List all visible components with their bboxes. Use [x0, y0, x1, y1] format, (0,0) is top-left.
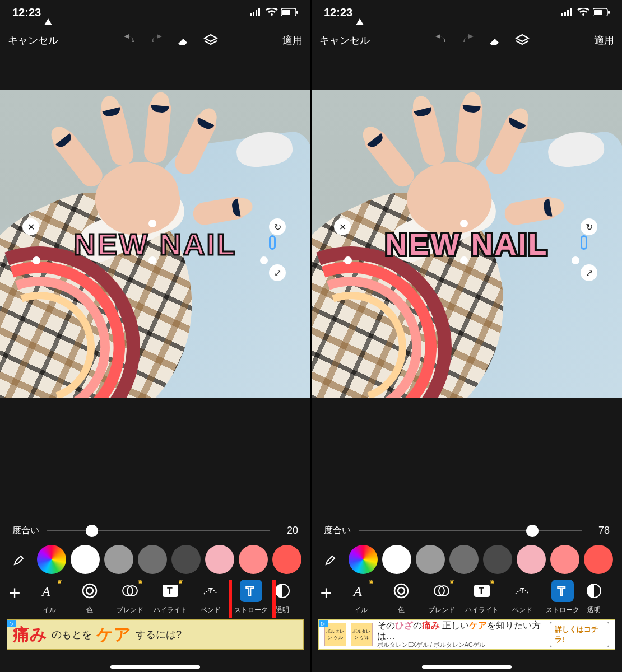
intensity-slider[interactable] [359, 524, 582, 537]
bottom-panel: 度合い 20 ＋ [0, 519, 310, 672]
color-swatch-row [0, 543, 310, 580]
bend-icon: T [511, 580, 533, 602]
editor-toolbar: キャンセル 適用 [312, 25, 622, 56]
eraser-button[interactable] [176, 34, 191, 46]
color-swatch-rainbow[interactable] [37, 545, 66, 574]
tool-opacity[interactable]: 透明 [583, 580, 605, 615]
ad-banner[interactable]: ▷ 痛み のもとを ケア するには? [7, 619, 304, 650]
selection-dot[interactable] [260, 256, 268, 264]
delete-handle[interactable]: ✕ [334, 218, 351, 235]
selection-dot[interactable] [148, 256, 156, 264]
ad-banner[interactable]: ▷ ボルタレン ゲル ボルタレン ゲル そのひざの痛み 正しいケアを知りたい方は… [318, 619, 615, 650]
svg-text:T: T [167, 586, 173, 596]
color-swatch[interactable] [272, 545, 301, 574]
color-swatch[interactable] [382, 545, 411, 574]
add-button[interactable]: ＋ [0, 580, 29, 605]
color-swatch[interactable] [171, 545, 201, 574]
slider-label: 度合い [12, 525, 39, 536]
phone-left: 12:23 キャンセル [0, 0, 310, 672]
crown-icon: ♛ [57, 580, 63, 585]
stroke-icon: T [551, 580, 574, 602]
wifi-icon [266, 8, 278, 17]
tool-stroke[interactable]: Tストローク [231, 580, 271, 615]
tool-blend[interactable]: ♛ブレンド [110, 580, 150, 615]
scale-handle[interactable]: ⤢ [269, 264, 286, 281]
apply-button[interactable]: 適用 [282, 34, 303, 47]
undo-button[interactable] [122, 34, 137, 46]
ad-cta[interactable]: 詳しくはコチラ! [550, 622, 609, 647]
cancel-button[interactable]: キャンセル [319, 34, 370, 47]
slider-thumb[interactable] [86, 525, 98, 537]
color-swatch-rainbow[interactable] [349, 545, 378, 574]
eraser-button[interactable] [488, 34, 502, 46]
slider-label: 度合い [324, 525, 351, 536]
selection-dot[interactable] [33, 256, 40, 264]
color-swatch[interactable] [205, 545, 234, 574]
color-swatch[interactable] [239, 545, 268, 574]
home-indicator[interactable] [110, 665, 200, 669]
selection-dot[interactable] [460, 256, 468, 264]
layers-button[interactable] [514, 34, 530, 47]
selection-dot[interactable] [460, 220, 468, 227]
svg-text:+: + [49, 587, 52, 592]
tool-blend[interactable]: ♛ブレンド [421, 580, 462, 615]
tool-opacity[interactable]: 透明 [271, 580, 294, 615]
selection-dot[interactable] [344, 256, 352, 264]
color-swatch[interactable] [550, 545, 579, 574]
location-icon [356, 6, 364, 19]
canvas[interactable]: NEW NAIL ✕ ↻ ⤢ [312, 90, 622, 398]
status-right [561, 8, 610, 17]
battery-icon [593, 8, 610, 16]
tool-style[interactable]: ♛A+イル [29, 580, 69, 615]
text-layer[interactable]: NEW NAIL [74, 227, 237, 262]
svg-rect-25 [594, 10, 602, 15]
color-swatch[interactable] [416, 545, 445, 574]
color-swatch[interactable] [71, 545, 100, 574]
add-button[interactable]: ＋ [312, 580, 341, 605]
svg-rect-20 [561, 13, 563, 16]
rotate-handle[interactable]: ↻ [581, 218, 597, 235]
redo-button[interactable] [149, 34, 164, 46]
tool-highlight[interactable]: ♛Tハイライト [150, 580, 191, 615]
cancel-button[interactable]: キャンセル [8, 34, 58, 47]
eyedropper-button[interactable] [7, 553, 33, 566]
selection-dot[interactable] [572, 256, 579, 264]
color-swatch[interactable] [517, 545, 546, 574]
apply-button[interactable]: 適用 [594, 34, 614, 47]
tool-bend[interactable]: Tベンド [191, 580, 231, 615]
opacity-icon [271, 580, 294, 602]
scale-handle[interactable]: ⤢ [581, 264, 597, 281]
home-indicator[interactable] [422, 665, 512, 669]
text-cursor [269, 235, 276, 250]
color-swatch[interactable] [138, 545, 167, 574]
rotate-handle[interactable]: ↻ [269, 218, 286, 235]
eyedropper-button[interactable] [318, 553, 344, 566]
canvas[interactable]: NEW NAIL ✕ ↻ ⤢ [0, 90, 310, 398]
redo-button[interactable] [461, 34, 475, 46]
ad-tag-icon: ▷ [319, 620, 328, 627]
color-swatch[interactable] [483, 545, 512, 574]
svg-rect-23 [570, 8, 572, 16]
delete-handle[interactable]: ✕ [22, 218, 39, 235]
status-bar: 12:23 [312, 0, 622, 25]
slider-thumb[interactable] [526, 525, 539, 537]
color-swatch[interactable] [449, 545, 479, 574]
undo-button[interactable] [434, 34, 448, 46]
text-layer[interactable]: NEW NAIL [386, 227, 549, 262]
selection-dot[interactable] [148, 220, 156, 227]
tool-bend[interactable]: Tベンド [502, 580, 542, 615]
tool-highlight[interactable]: ♛Tハイライト [462, 580, 502, 615]
intensity-slider[interactable] [47, 524, 270, 537]
status-bar: 12:23 [0, 0, 310, 25]
color-swatch[interactable] [104, 545, 133, 574]
tool-stroke[interactable]: Tストローク [542, 580, 583, 615]
svg-rect-2 [256, 10, 257, 16]
tool-style[interactable]: ♛Aイル [341, 580, 381, 615]
layers-button[interactable] [203, 34, 219, 47]
color-swatch[interactable] [584, 545, 613, 574]
tool-color[interactable]: 色 [69, 580, 110, 615]
crown-icon: ♛ [449, 580, 455, 585]
bottom-panel: 度合い 78 ＋ ♛Aイル 色 [312, 519, 622, 672]
tool-color[interactable]: 色 [381, 580, 421, 615]
bend-icon: T [199, 580, 222, 602]
